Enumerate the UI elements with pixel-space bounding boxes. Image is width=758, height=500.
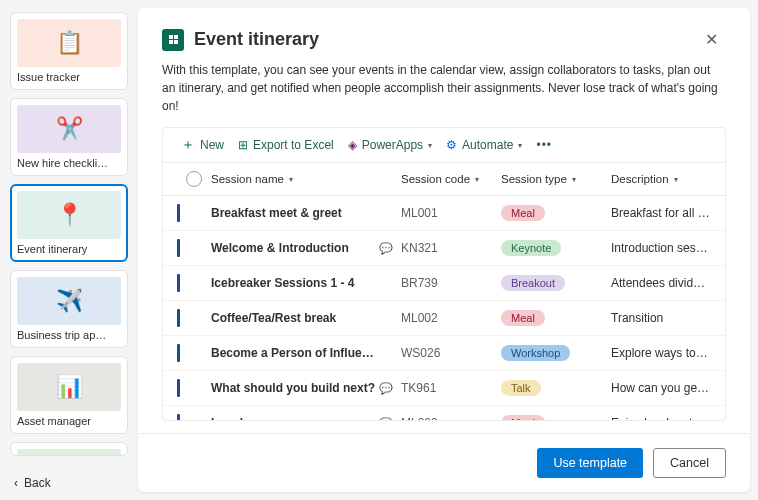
chevron-down-icon: ▾ <box>428 141 432 150</box>
session-name: Icebreaker Sessions 1 - 4 <box>211 276 379 290</box>
session-name: Coffee/Tea/Rest break <box>211 311 379 325</box>
chevron-down-icon: ▾ <box>674 175 678 184</box>
cancel-button[interactable]: Cancel <box>653 448 726 478</box>
use-template-button[interactable]: Use template <box>537 448 643 478</box>
session-name: Breakfast meet & greet <box>211 206 379 220</box>
row-indicator <box>177 379 180 397</box>
template-label: Event itinerary <box>17 243 121 255</box>
template-sidebar: 📋 Issue tracker ✂️ New hire checkli… 📍 E… <box>0 0 138 500</box>
select-all-checkbox[interactable] <box>186 171 202 187</box>
comment-icon[interactable]: 💬 <box>379 417 401 421</box>
new-button[interactable]: ＋New <box>181 136 224 154</box>
template-thumb: 📋 <box>17 19 121 67</box>
template-label: Issue tracker <box>17 71 121 83</box>
column-header-code[interactable]: Session code▾ <box>401 173 501 185</box>
export-excel-button[interactable]: ⊞Export to Excel <box>238 138 334 152</box>
session-code: ML001 <box>401 206 501 220</box>
back-label: Back <box>24 476 51 490</box>
session-code: WS026 <box>401 346 501 360</box>
session-description: Transition <box>611 311 711 325</box>
session-type-pill: Breakout <box>501 275 565 291</box>
template-label: New hire checkli… <box>17 157 121 169</box>
session-name: Lunch <box>211 416 379 420</box>
session-description: Breakfast for all atten… <box>611 206 711 220</box>
row-indicator <box>177 414 180 420</box>
list-row[interactable]: Icebreaker Sessions 1 - 4BR739BreakoutAt… <box>163 266 725 301</box>
template-description: With this template, you can see your eve… <box>162 61 726 115</box>
automate-icon: ⚙ <box>446 138 457 152</box>
session-type-pill: Workshop <box>501 345 570 361</box>
list-preview: ＋New ⊞Export to Excel ◈PowerApps▾ ⚙Autom… <box>162 127 726 421</box>
template-thumb: 📍 <box>17 191 121 239</box>
modal-footer: Use template Cancel <box>138 433 750 492</box>
session-code: BR739 <box>401 276 501 290</box>
template-thumb: ✈️ <box>17 277 121 325</box>
list-row[interactable]: Lunch💬ML003MealEnjoy lunch catered b… <box>163 406 725 420</box>
row-indicator <box>177 274 180 292</box>
session-code: KN321 <box>401 241 501 255</box>
list-row[interactable]: Coffee/Tea/Rest breakML002MealTransition <box>163 301 725 336</box>
row-indicator <box>177 309 180 327</box>
template-thumb: 📊 <box>17 363 121 411</box>
template-thumb: ✅ <box>17 449 121 456</box>
list-app-icon <box>162 29 184 51</box>
template-card-asset-manager[interactable]: 📊 Asset manager <box>10 356 128 434</box>
column-header-desc[interactable]: Description▾ <box>611 173 711 185</box>
template-card-event-itinerary[interactable]: 📍 Event itinerary <box>10 184 128 262</box>
session-description: Enjoy lunch catered b… <box>611 416 711 420</box>
session-description: Explore ways to influe… <box>611 346 711 360</box>
comment-icon[interactable]: 💬 <box>379 242 401 255</box>
session-code: ML002 <box>401 311 501 325</box>
comment-icon[interactable]: 💬 <box>379 382 401 395</box>
chevron-down-icon: ▾ <box>572 175 576 184</box>
session-code: TK961 <box>401 381 501 395</box>
list-row[interactable]: Welcome & Introduction💬KN321KeynoteIntro… <box>163 231 725 266</box>
template-thumb: ✂️ <box>17 105 121 153</box>
column-header-type[interactable]: Session type▾ <box>501 173 611 185</box>
list-rows: Breakfast meet & greetML001MealBreakfast… <box>163 196 725 420</box>
column-header-name[interactable]: Session name▾ <box>211 173 401 185</box>
session-type-pill: Meal <box>501 205 545 221</box>
excel-icon: ⊞ <box>238 138 248 152</box>
back-button[interactable]: ‹ Back <box>10 468 128 498</box>
chevron-down-icon: ▾ <box>289 175 293 184</box>
column-header-row: Session name▾ Session code▾ Session type… <box>163 163 725 196</box>
row-indicator <box>177 344 180 362</box>
chevron-down-icon: ▾ <box>475 175 479 184</box>
session-name: What should you build next? <box>211 381 379 395</box>
session-description: Introduction session … <box>611 241 711 255</box>
list-row[interactable]: Become a Person of InfluenceWS026Worksho… <box>163 336 725 371</box>
more-actions-button[interactable]: ••• <box>536 138 552 152</box>
session-name: Welcome & Introduction <box>211 241 379 255</box>
chevron-left-icon: ‹ <box>14 476 18 490</box>
chevron-down-icon: ▾ <box>518 141 522 150</box>
session-description: How can you get over… <box>611 381 711 395</box>
template-card-business-trip[interactable]: ✈️ Business trip ap… <box>10 270 128 348</box>
page-title: Event itinerary <box>194 29 319 50</box>
session-type-pill: Keynote <box>501 240 561 256</box>
powerapps-icon: ◈ <box>348 138 357 152</box>
session-code: ML003 <box>401 416 501 420</box>
list-row[interactable]: Breakfast meet & greetML001MealBreakfast… <box>163 196 725 231</box>
header: Event itinerary ✕ With this template, yo… <box>138 8 750 127</box>
template-card-new-hire[interactable]: ✂️ New hire checkli… <box>10 98 128 176</box>
session-type-pill: Meal <box>501 415 545 420</box>
template-card-more[interactable]: ✅ <box>10 442 128 456</box>
row-indicator <box>177 239 180 257</box>
list-toolbar: ＋New ⊞Export to Excel ◈PowerApps▾ ⚙Autom… <box>163 128 725 163</box>
list-row[interactable]: What should you build next?💬TK961TalkHow… <box>163 371 725 406</box>
session-description: Attendees divide into… <box>611 276 711 290</box>
powerapps-button[interactable]: ◈PowerApps▾ <box>348 138 432 152</box>
template-label: Business trip ap… <box>17 329 121 341</box>
close-button[interactable]: ✕ <box>697 26 726 53</box>
main-panel: Event itinerary ✕ With this template, yo… <box>138 8 750 492</box>
session-type-pill: Meal <box>501 310 545 326</box>
template-card-issue-tracker[interactable]: 📋 Issue tracker <box>10 12 128 90</box>
plus-icon: ＋ <box>181 136 195 154</box>
template-label: Asset manager <box>17 415 121 427</box>
session-name: Become a Person of Influence <box>211 346 379 360</box>
session-type-pill: Talk <box>501 380 541 396</box>
automate-button[interactable]: ⚙Automate▾ <box>446 138 522 152</box>
row-indicator <box>177 204 180 222</box>
